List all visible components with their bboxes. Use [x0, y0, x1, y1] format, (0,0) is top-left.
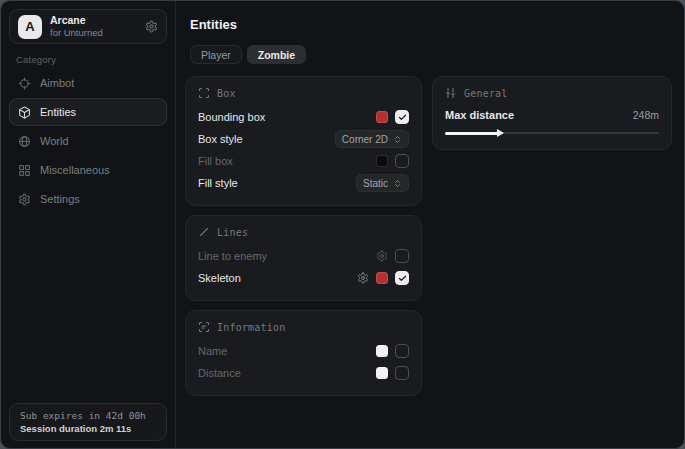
distance-row: Distance — [198, 362, 409, 384]
name-row: Name — [198, 340, 409, 362]
gear-icon[interactable] — [357, 272, 369, 284]
sidebar-item-miscellaneous[interactable]: Miscellaneous — [9, 156, 167, 184]
color-swatch[interactable] — [376, 345, 388, 357]
tab-zombie[interactable]: Zombie — [247, 45, 306, 64]
subscription-info: Sub expires in 42d 00h Session duration … — [9, 403, 167, 441]
line-icon — [198, 226, 210, 238]
app-logo: A — [18, 15, 42, 39]
arcane-window: A Arcane for Unturned Category Aimbot — [0, 0, 685, 449]
section-title: Box — [217, 88, 236, 99]
bounding-box-row: Bounding box — [198, 106, 409, 128]
scan-icon — [198, 87, 210, 99]
lines-section: Lines Line to enemy Skeleton — [185, 215, 422, 301]
box-style-select[interactable]: Corner 2D — [335, 130, 409, 148]
sub-expires-text: Sub expires in 42d 00h — [20, 410, 156, 421]
information-section: Information Name Distance — [185, 310, 422, 396]
sliders-icon — [445, 87, 457, 99]
color-swatch[interactable] — [376, 155, 388, 167]
setting-label: Fill box — [198, 155, 233, 167]
box-section: Box Bounding box Box style — [185, 76, 422, 206]
app-subtitle: for Unturned — [50, 28, 137, 38]
grid-icon — [18, 164, 31, 177]
fill-box-row: Fill box — [198, 150, 409, 172]
section-title: Information — [217, 322, 285, 333]
setting-label: Bounding box — [198, 111, 265, 123]
color-swatch[interactable] — [376, 111, 388, 123]
tab-player[interactable]: Player — [190, 45, 242, 64]
check-icon — [398, 274, 407, 283]
page-title: Entities — [190, 17, 672, 32]
setting-label: Skeleton — [198, 272, 241, 284]
fill-box-checkbox[interactable] — [395, 154, 409, 168]
color-swatch[interactable] — [376, 367, 388, 379]
fill-style-select[interactable]: Static — [356, 174, 409, 192]
sidebar-item-label: Miscellaneous — [40, 164, 110, 176]
session-duration-text: Session duration 2m 11s — [20, 423, 156, 434]
slider-thumb[interactable] — [497, 129, 504, 137]
chevrons-up-down-icon — [393, 135, 402, 144]
skeleton-row: Skeleton — [198, 267, 409, 289]
select-value: Corner 2D — [342, 134, 388, 145]
sidebar-item-label: World — [40, 135, 69, 147]
app-name: Arcane — [50, 15, 137, 27]
sidebar-item-entities[interactable]: Entities — [9, 98, 167, 126]
target-tabs: Player Zombie — [190, 45, 672, 64]
sidebar-item-world[interactable]: World — [9, 127, 167, 155]
main-content: Entities Player Zombie Box Bounding box — [176, 1, 685, 448]
general-section: General Max distance 248m — [432, 76, 672, 150]
gear-icon — [18, 193, 31, 206]
section-title: Lines — [217, 227, 248, 238]
sidebar-item-aimbot[interactable]: Aimbot — [9, 69, 167, 97]
scan-text-icon — [198, 321, 210, 333]
check-icon — [398, 113, 407, 122]
skeleton-checkbox[interactable] — [395, 271, 409, 285]
color-swatch[interactable] — [376, 272, 388, 284]
line-to-enemy-row: Line to enemy — [198, 245, 409, 267]
setting-label: Distance — [198, 367, 241, 379]
distance-checkbox[interactable] — [395, 366, 409, 380]
chevrons-up-down-icon — [393, 179, 402, 188]
slider-fill — [445, 132, 499, 135]
box-icon — [18, 106, 31, 119]
select-value: Static — [363, 178, 388, 189]
box-style-row: Box style Corner 2D — [198, 128, 409, 150]
gear-icon[interactable] — [376, 250, 388, 262]
max-distance-value: 248m — [633, 109, 659, 121]
bounding-box-checkbox[interactable] — [395, 110, 409, 124]
max-distance-row: Max distance 248m — [445, 106, 659, 124]
category-label: Category — [16, 54, 175, 65]
setting-label: Box style — [198, 133, 243, 145]
fill-style-row: Fill style Static — [198, 172, 409, 194]
sidebar-item-label: Aimbot — [40, 77, 74, 89]
max-distance-slider[interactable] — [445, 128, 659, 138]
setting-label: Name — [198, 345, 227, 357]
sidebar: A Arcane for Unturned Category Aimbot — [1, 1, 176, 448]
sidebar-item-label: Settings — [40, 193, 80, 205]
sidebar-item-settings[interactable]: Settings — [9, 185, 167, 213]
sidebar-item-label: Entities — [40, 106, 76, 118]
sidebar-nav: Aimbot Entities World Miscellaneous — [1, 69, 175, 213]
setting-label: Max distance — [445, 109, 514, 121]
app-header: A Arcane for Unturned — [9, 9, 167, 44]
globe-icon — [18, 135, 31, 148]
section-title: General — [464, 88, 508, 99]
line-to-enemy-checkbox[interactable] — [395, 249, 409, 263]
setting-label: Fill style — [198, 177, 238, 189]
name-checkbox[interactable] — [395, 344, 409, 358]
gear-icon[interactable] — [145, 20, 158, 33]
setting-label: Line to enemy — [198, 250, 267, 262]
crosshair-icon — [18, 77, 31, 90]
